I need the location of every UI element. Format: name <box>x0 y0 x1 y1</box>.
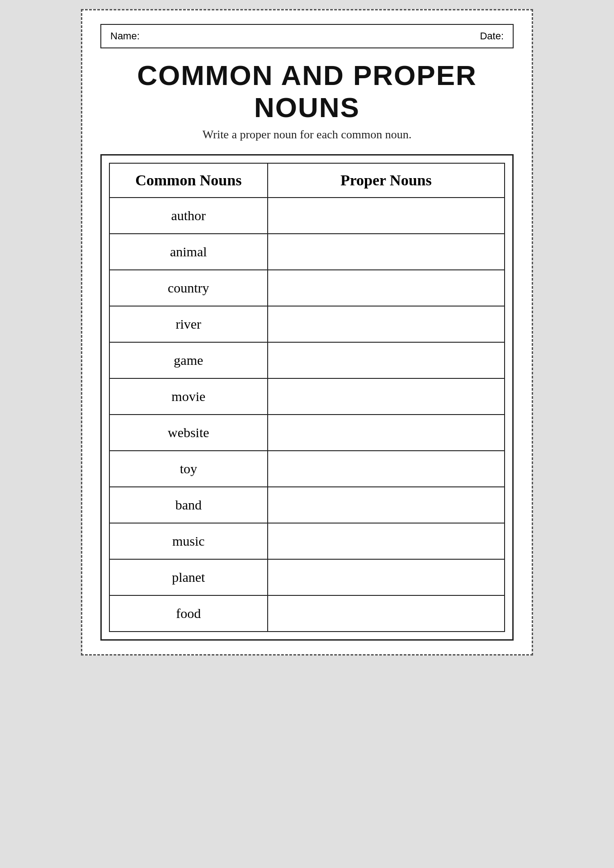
proper-noun-cell[interactable] <box>268 559 505 595</box>
proper-noun-cell[interactable] <box>268 415 505 451</box>
table-row: food <box>109 595 505 632</box>
table-row: country <box>109 270 505 306</box>
common-noun-cell: music <box>109 523 268 559</box>
table-row: river <box>109 306 505 342</box>
common-noun-cell: country <box>109 270 268 306</box>
col-header-common: Common Nouns <box>109 163 268 198</box>
date-label: Date: <box>480 30 504 42</box>
common-noun-cell: planet <box>109 559 268 595</box>
proper-noun-cell[interactable] <box>268 595 505 632</box>
table-row: band <box>109 487 505 523</box>
table-row: movie <box>109 378 505 415</box>
common-noun-cell: movie <box>109 378 268 415</box>
table-header-row: Common Nouns Proper Nouns <box>109 163 505 198</box>
proper-noun-cell[interactable] <box>268 342 505 378</box>
proper-noun-cell[interactable] <box>268 523 505 559</box>
table-row: author <box>109 198 505 234</box>
table-row: website <box>109 415 505 451</box>
table-row: toy <box>109 451 505 487</box>
common-noun-cell: food <box>109 595 268 632</box>
proper-noun-cell[interactable] <box>268 378 505 415</box>
proper-noun-cell[interactable] <box>268 306 505 342</box>
table-row: music <box>109 523 505 559</box>
common-noun-cell: toy <box>109 451 268 487</box>
table-row: game <box>109 342 505 378</box>
nouns-table: Common Nouns Proper Nouns authoranimalco… <box>109 163 505 632</box>
common-noun-cell: animal <box>109 234 268 270</box>
common-noun-cell: band <box>109 487 268 523</box>
name-label: Name: <box>110 30 140 42</box>
worksheet-page: Name: Date: COMMON AND PROPER NOUNS Writ… <box>81 9 533 656</box>
proper-noun-cell[interactable] <box>268 234 505 270</box>
table-row: planet <box>109 559 505 595</box>
proper-noun-cell[interactable] <box>268 270 505 306</box>
common-noun-cell: website <box>109 415 268 451</box>
table-row: animal <box>109 234 505 270</box>
common-noun-cell: author <box>109 198 268 234</box>
proper-noun-cell[interactable] <box>268 451 505 487</box>
common-noun-cell: game <box>109 342 268 378</box>
table-container: Common Nouns Proper Nouns authoranimalco… <box>100 154 514 641</box>
subtitle: Write a proper noun for each common noun… <box>100 128 514 142</box>
col-header-proper: Proper Nouns <box>268 163 505 198</box>
common-noun-cell: river <box>109 306 268 342</box>
page-title: COMMON AND PROPER NOUNS <box>100 59 514 123</box>
name-date-row: Name: Date: <box>100 24 514 48</box>
proper-noun-cell[interactable] <box>268 198 505 234</box>
proper-noun-cell[interactable] <box>268 487 505 523</box>
